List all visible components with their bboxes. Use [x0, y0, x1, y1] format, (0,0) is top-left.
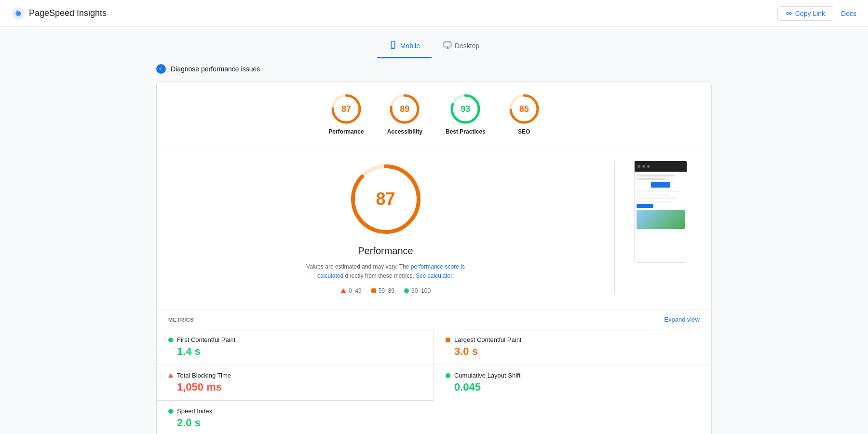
- metric-fcp: First Contentful Paint 1.4 s: [157, 329, 434, 365]
- legend-red-icon: [340, 288, 346, 293]
- metric-fcp-name: First Contentful Paint: [177, 336, 235, 343]
- calculator-link[interactable]: See calculator.: [416, 272, 454, 279]
- header: PageSpeed Insights Copy Link Docs: [0, 0, 868, 27]
- metric-fcp-indicator: [168, 338, 173, 342]
- performance-score-value: 87: [341, 104, 351, 114]
- app-title: PageSpeed Insights: [29, 8, 107, 18]
- detail-section: 87 Performance Values are estimated and …: [157, 145, 711, 310]
- accessibility-score-value: 89: [400, 104, 409, 114]
- ss-button-2: [637, 204, 653, 208]
- metric-cls: Cumulative Layout Shift 0.045: [434, 365, 711, 400]
- metrics-title: METRICS: [168, 317, 194, 323]
- metric-tbt-value: 1,050 ms: [168, 381, 422, 393]
- performance-label: Performance: [328, 128, 364, 135]
- tab-desktop-label: Desktop: [455, 42, 479, 50]
- logo: PageSpeed Insights: [12, 7, 107, 20]
- metrics-grid: First Contentful Paint 1.4 s Largest Con…: [157, 329, 711, 434]
- screenshot-area: [634, 161, 692, 263]
- link-icon: [786, 10, 792, 17]
- metric-si-indicator: [168, 409, 173, 414]
- performance-circle: 87: [331, 94, 362, 124]
- seo-score-value: 85: [519, 104, 529, 114]
- metric-lcp-value: 3.0 s: [446, 345, 700, 358]
- ss-text-4: [637, 201, 673, 203]
- legend-red-label: 0–49: [349, 287, 362, 294]
- metric-lcp-name-row: Largest Contentful Paint: [446, 336, 700, 343]
- screenshot-inner: [635, 161, 687, 262]
- svg-rect-3: [444, 42, 451, 47]
- best-practices-label: Best Practices: [446, 128, 486, 135]
- ss-nav-line: [637, 175, 675, 176]
- detail-left: 87 Performance Values are estimated and …: [176, 161, 595, 294]
- metric-lcp: Largest Contentful Paint 3.0 s: [434, 329, 711, 365]
- accessibility-circle: 89: [389, 94, 420, 124]
- score-summary: 87 Performance 89 Accessibility: [157, 82, 711, 145]
- score-item-seo[interactable]: 85 SEO: [509, 94, 540, 135]
- tab-mobile[interactable]: Mobile: [377, 35, 432, 58]
- tab-desktop[interactable]: Desktop: [432, 35, 491, 58]
- desc-text: Values are estimated and may vary. The: [306, 263, 411, 270]
- vertical-divider: [614, 161, 615, 294]
- copy-link-label: Copy Link: [795, 10, 825, 17]
- browser-dot-2: [642, 165, 645, 168]
- big-performance-score: 87: [376, 189, 395, 209]
- metric-si-value: 2.0 s: [168, 417, 422, 429]
- svg-point-2: [393, 47, 393, 48]
- best-practices-circle: 93: [450, 94, 481, 124]
- ss-cta-button: [651, 182, 670, 188]
- tab-mobile-label: Mobile: [400, 42, 420, 50]
- performance-description: Values are estimated and may vary. The p…: [294, 262, 477, 281]
- legend-orange: 50–89: [371, 287, 394, 294]
- metric-lcp-name: Largest Contentful Paint: [454, 336, 521, 343]
- legend-green-icon: [404, 288, 409, 293]
- metric-tbt-indicator: [168, 373, 173, 378]
- metric-si: Speed Index 2.0 s: [157, 400, 434, 434]
- browser-dot-1: [637, 165, 640, 168]
- ss-image: [637, 210, 685, 229]
- ss-text-3: [637, 197, 678, 199]
- diagnose-icon: i: [156, 64, 166, 74]
- metric-tbt-name: Total Blocking Time: [177, 372, 231, 379]
- metric-tbt: Total Blocking Time 1,050 ms: [157, 365, 434, 400]
- svg-point-6: [158, 66, 164, 72]
- legend-green-label: 90–100: [411, 287, 431, 294]
- legend: 0–49 50–89 90–100: [340, 287, 431, 294]
- copy-link-button[interactable]: Copy Link: [777, 6, 833, 21]
- header-actions: Copy Link Docs: [777, 6, 856, 21]
- desc-mid: directly from these metrics.: [343, 272, 416, 279]
- expand-view-button[interactable]: Expand view: [664, 316, 700, 323]
- metric-cls-indicator: [446, 373, 450, 378]
- legend-orange-label: 50–89: [379, 287, 394, 294]
- browser-dot-3: [647, 165, 650, 168]
- score-item-accessibility[interactable]: 89 Accessibility: [387, 94, 422, 135]
- metric-fcp-value: 1.4 s: [168, 345, 422, 358]
- pagespeed-logo-icon: [12, 7, 25, 20]
- metric-cls-value: 0.045: [446, 381, 700, 393]
- screenshot-browser-bar: [635, 161, 687, 172]
- main-content: Mobile Desktop i Diagnose performance is…: [145, 27, 723, 434]
- performance-title: Performance: [358, 245, 413, 257]
- legend-red: 0–49: [340, 287, 362, 294]
- score-item-best-practices[interactable]: 93 Best Practices: [446, 94, 486, 135]
- metric-si-name-row: Speed Index: [168, 407, 422, 415]
- diagnose-banner[interactable]: i Diagnose performance issues: [156, 58, 712, 81]
- best-practices-score-value: 93: [461, 104, 470, 114]
- ss-text-1: [637, 190, 680, 192]
- ss-line-2: [637, 178, 665, 180]
- svg-text:i: i: [160, 67, 161, 71]
- mobile-icon: [389, 41, 397, 51]
- ss-text-2: [637, 194, 670, 196]
- score-card: 87 Performance 89 Accessibility: [156, 81, 712, 434]
- seo-circle: 85: [509, 94, 540, 124]
- metrics-section: METRICS Expand view First Contentful Pai…: [157, 310, 711, 434]
- desktop-icon: [443, 41, 452, 51]
- metric-cls-name-row: Cumulative Layout Shift: [446, 372, 700, 379]
- seo-label: SEO: [518, 128, 530, 135]
- metric-tbt-name-row: Total Blocking Time: [168, 372, 422, 379]
- metric-si-name: Speed Index: [177, 407, 212, 415]
- accessibility-label: Accessibility: [387, 128, 422, 135]
- score-item-performance[interactable]: 87 Performance: [328, 94, 364, 135]
- device-tabs: Mobile Desktop: [156, 27, 712, 58]
- docs-button[interactable]: Docs: [841, 10, 856, 17]
- legend-green: 90–100: [404, 287, 431, 294]
